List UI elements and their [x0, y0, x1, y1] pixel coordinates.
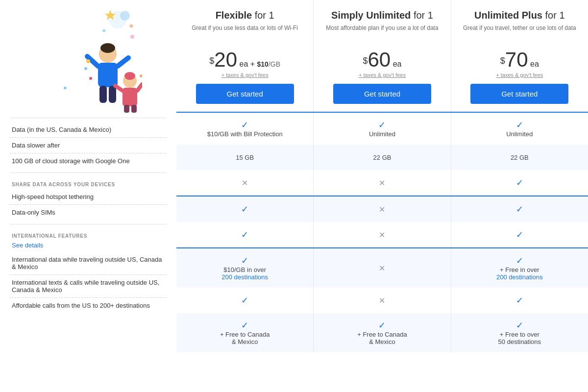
international-section-label: International Features	[10, 228, 167, 241]
check-icon: ✓	[516, 295, 523, 306]
affordable-calls-row: Affordable calls from the US to 200+ des…	[10, 298, 167, 313]
plan-simply-unlimited-subtitle: Most affordable plan if you use a lot of…	[321, 24, 442, 44]
svg-line-10	[118, 58, 128, 66]
check-icon: ✓	[516, 120, 523, 130]
svg-rect-11	[99, 86, 107, 103]
data-feature-band: ✓ $10/GB with Bill Protection ✓ Unlimite…	[176, 113, 588, 145]
flexible-data-feature-text: $10/GB with Bill Protection	[207, 130, 283, 138]
share-section: Share Data Across Your Devices High-spee…	[10, 172, 167, 224]
plans-area: Flexible for 1 Great if you use less dat…	[176, 0, 588, 352]
flexible-data-sims-cell: ✓	[176, 222, 314, 247]
svg-point-22	[140, 74, 142, 77]
check-icon: ✓	[378, 120, 386, 130]
svg-point-21	[84, 67, 87, 70]
unlimited-plus-data-sims-cell: ✓	[451, 222, 588, 247]
simply-unlimited-cloud-storage-cell: ✕	[314, 170, 451, 196]
svg-point-5	[130, 35, 134, 39]
x-icon: ✕	[379, 205, 385, 214]
check-icon: ✓	[516, 255, 523, 266]
plan-unlimited-plus-price: $70 ea	[459, 49, 580, 70]
svg-point-1	[120, 11, 130, 21]
flexible-intl-texts-cell: ✓	[176, 288, 314, 313]
svg-rect-4	[102, 29, 105, 32]
sidebar-illustration	[10, 0, 167, 118]
simply-unlimited-data-sims-cell: ✕	[314, 222, 451, 247]
svg-point-7	[100, 43, 115, 53]
svg-rect-3	[129, 24, 133, 28]
plan-flexible-header: Flexible for 1 Great if you use less dat…	[176, 0, 314, 112]
plan-simply-unlimited-title: Simply Unlimited for 1	[321, 10, 442, 21]
see-details-link[interactable]: See details	[10, 241, 167, 252]
flexible-intl-data-cell: ✓ $10/GB in over 200 destinations	[176, 248, 314, 288]
unlimited-plus-affordable-calls-cell: ✓ + Free to over 50 destinations	[451, 313, 588, 352]
flexible-intl-data-link: 200 destinations	[221, 273, 268, 281]
plan-unlimited-plus-title: Unlimited Plus for 1	[459, 10, 580, 21]
check-icon: ✓	[241, 229, 248, 240]
unlimited-plus-intl-texts-cell: ✓	[451, 288, 588, 313]
flexible-intl-data-text: $10/GB in over	[223, 266, 266, 273]
flexible-affordable-calls-text: + Free to Canada	[220, 331, 270, 338]
simply-unlimited-intl-data-cell: ✕	[314, 248, 451, 288]
svg-point-23	[89, 77, 92, 80]
plans-body: ✓ $10/GB with Bill Protection ✓ Unlimite…	[176, 113, 588, 352]
unlimited-plus-data-slower-cell: 22 GB	[451, 145, 588, 170]
simply-unlimited-hotspot-cell: ✕	[314, 196, 451, 222]
plan-flexible-subtitle: Great if you use less data or lots of Wi…	[184, 24, 305, 44]
check-icon: ✓	[241, 295, 248, 306]
simply-unlimited-affordable-calls-cell: ✓ + Free to Canada & Mexico	[314, 313, 451, 352]
hotspot-band: ✓ ✕ ✓	[176, 196, 588, 222]
flexible-affordable-calls-cell: ✓ + Free to Canada & Mexico	[176, 313, 314, 352]
svg-point-14	[124, 72, 135, 80]
main-container: Data (in the US, Canada & Mexico) Data s…	[0, 0, 588, 352]
x-icon: ✕	[379, 178, 385, 188]
data-sims-row: Data-only SIMs	[10, 205, 167, 220]
svg-rect-8	[98, 63, 118, 87]
plan-simply-unlimited-header: Simply Unlimited for 1 Most affordable p…	[314, 0, 451, 112]
plan-simply-unlimited-price: $60 ea	[321, 49, 442, 70]
plan-flexible-title: Flexible for 1	[184, 10, 305, 21]
cloud-storage-band: ✕ ✕ ✓	[176, 170, 588, 196]
unlimited-plus-intl-data-link: 200 destinations	[496, 273, 543, 281]
check-icon: ✓	[516, 177, 523, 188]
check-icon: ✓	[516, 204, 523, 215]
intl-data-row: International data while traveling outsi…	[10, 252, 167, 275]
svg-rect-18	[124, 105, 129, 113]
plan-flexible-fees: + taxes & gov't fees	[184, 72, 305, 78]
simply-unlimited-affordable-calls-subtext: & Mexico	[369, 338, 395, 345]
check-icon: ✓	[516, 320, 523, 331]
svg-point-20	[86, 59, 90, 63]
share-section-label: Share Data Across Your Devices	[10, 177, 167, 189]
svg-line-17	[137, 84, 142, 91]
x-icon: ✕	[379, 296, 385, 305]
plan-unlimited-plus-header: Unlimited Plus for 1 Great if you travel…	[451, 0, 588, 112]
unlimited-plus-affordable-calls-text: + Free to over	[500, 331, 539, 338]
intl-data-band: ✓ $10/GB in over 200 destinations ✕ ✓ + …	[176, 248, 588, 288]
plan-flexible-price: $20 ea + $10/GB	[184, 49, 305, 70]
unlimited-plus-affordable-calls-subtext: 50 destinations	[498, 338, 541, 345]
check-icon: ✓	[241, 120, 248, 130]
flexible-cloud-storage-cell: ✕	[176, 170, 314, 196]
unlimited-plus-hotspot-cell: ✓	[451, 196, 588, 222]
unlimited-plus-data-feature-cell: ✓ Unlimited	[451, 113, 588, 145]
plan-simply-unlimited-fees: + taxes & gov't fees	[321, 72, 442, 78]
unlimited-plus-cloud-storage-cell: ✓	[451, 170, 588, 196]
unlimited-plus-intl-data-cell: ✓ + Free in over 200 destinations	[451, 248, 588, 288]
plan-unlimited-plus-fees: + taxes & gov't fees	[459, 72, 580, 78]
data-sims-band: ✓ ✕ ✓	[176, 222, 588, 247]
simply-unlimited-data-slower-text: 22 GB	[373, 154, 392, 161]
x-icon: ✕	[379, 230, 385, 240]
simply-unlimited-data-feature-text: Unlimited	[369, 130, 395, 138]
plan-flexible-get-started-button[interactable]: Get started	[196, 84, 294, 104]
svg-line-16	[115, 86, 122, 91]
svg-rect-19	[131, 105, 137, 113]
international-section: International Features See details Inter…	[10, 224, 167, 317]
flexible-affordable-calls-subtext: & Mexico	[232, 338, 258, 345]
flexible-hotspot-cell: ✓	[176, 196, 314, 222]
hotspot-row: High-speed hotspot tethering	[10, 189, 167, 205]
check-icon: ✓	[241, 255, 248, 266]
flexible-data-slower-cell: 15 GB	[176, 145, 314, 170]
simply-unlimited-intl-texts-cell: ✕	[314, 288, 451, 313]
unlimited-plus-data-feature-text: Unlimited	[506, 130, 533, 138]
plan-unlimited-plus-get-started-button[interactable]: Get started	[470, 84, 568, 104]
plan-simply-unlimited-get-started-button[interactable]: Get started	[333, 84, 431, 104]
